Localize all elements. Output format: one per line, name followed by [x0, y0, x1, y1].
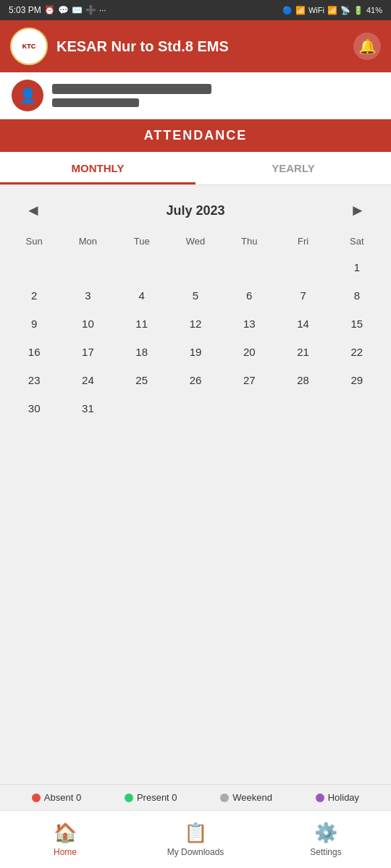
- alarm-icon: ⏰: [44, 5, 55, 15]
- calendar-day[interactable]: 25: [115, 367, 169, 393]
- calendar-day[interactable]: 14: [276, 310, 329, 337]
- plus-icon: ➕: [85, 5, 96, 15]
- bluetooth-icon: 🔵: [282, 6, 293, 15]
- calendar-day[interactable]: 20: [222, 339, 276, 365]
- calendar-day[interactable]: 4: [115, 282, 169, 309]
- calendar-day[interactable]: 22: [330, 339, 384, 365]
- weekend-label: Weekend: [232, 792, 272, 803]
- nav-settings[interactable]: ⚙️ Settings: [261, 816, 391, 863]
- app-title: KESAR Nur to Std.8 EMS: [56, 38, 345, 55]
- calendar-day[interactable]: 6: [222, 282, 276, 309]
- calendar-day[interactable]: 12: [169, 310, 222, 337]
- empty-day: [169, 254, 222, 281]
- day-thu: Thu: [222, 233, 276, 250]
- prev-month-button[interactable]: ◄: [22, 201, 45, 220]
- day-sun: Sun: [7, 233, 61, 250]
- home-label: Home: [54, 847, 77, 857]
- user-name-redacted: [52, 84, 211, 94]
- calendar-day[interactable]: 1: [330, 254, 384, 281]
- month-year-label: July 2023: [166, 203, 224, 218]
- user-text: [52, 84, 379, 107]
- holiday-dot: [316, 793, 324, 802]
- calendar-day[interactable]: 17: [61, 339, 114, 365]
- calendar-day[interactable]: 19: [169, 339, 222, 365]
- empty-day: [115, 254, 169, 281]
- calendar-day[interactable]: 24: [61, 367, 114, 393]
- calendar-day[interactable]: 29: [330, 367, 384, 393]
- bottom-navigation: 🏠 Home 📋 My Downloads ⚙️ Settings: [0, 810, 391, 868]
- bell-icon: 🔔: [358, 38, 377, 55]
- nav-home[interactable]: 🏠 Home: [0, 816, 130, 863]
- signal-icon: 📶: [295, 6, 306, 15]
- downloads-icon: 📋: [184, 822, 207, 844]
- notification-bell-button[interactable]: 🔔: [353, 33, 381, 60]
- calendar-day[interactable]: 18: [115, 339, 169, 365]
- calendar-day[interactable]: 7: [276, 282, 329, 309]
- absent-dot: [32, 793, 41, 802]
- day-headers: Sun Mon Tue Wed Thu Fri Sat: [7, 233, 384, 250]
- absent-label: Absent 0: [44, 792, 81, 803]
- gmail-icon: ✉️: [72, 5, 83, 15]
- user-avatar: 👤: [12, 80, 43, 111]
- day-sat: Sat: [330, 233, 384, 250]
- empty-day: [61, 254, 114, 281]
- hotspot-icon: 📡: [340, 6, 350, 15]
- legend-absent: Absent 0: [32, 792, 81, 803]
- day-mon: Mon: [61, 233, 114, 250]
- calendar-day[interactable]: 10: [61, 310, 114, 337]
- day-tue: Tue: [115, 233, 169, 250]
- avatar-icon: 👤: [19, 87, 37, 104]
- user-info-section: 👤: [0, 72, 391, 119]
- day-fri: Fri: [276, 233, 329, 250]
- calendar-day[interactable]: 9: [7, 310, 61, 337]
- app-header: KTC KESAR Nur to Std.8 EMS 🔔: [0, 20, 391, 72]
- attendance-banner: ATTENDANCE: [0, 119, 391, 152]
- calendar-header: ◄ July 2023 ►: [7, 197, 384, 224]
- next-month-button[interactable]: ►: [346, 201, 369, 220]
- empty-day: [276, 254, 329, 281]
- legend: Absent 0 Present 0 Weekend Holiday: [0, 784, 391, 810]
- calendar-day[interactable]: 21: [276, 339, 329, 365]
- tab-monthly[interactable]: MONTHLY: [0, 152, 196, 184]
- calendar-grid: Sun Mon Tue Wed Thu Fri Sat 123456789101…: [7, 233, 384, 422]
- calendar-day[interactable]: 3: [61, 282, 114, 309]
- attendance-tabs: MONTHLY YEARLY: [0, 152, 391, 185]
- calendar-day[interactable]: 2: [7, 282, 61, 309]
- empty-day: [7, 254, 61, 281]
- attendance-label: ATTENDANCE: [144, 128, 248, 142]
- calendar-day[interactable]: 26: [169, 367, 222, 393]
- calendar-day[interactable]: 15: [330, 310, 384, 337]
- legend-present: Present 0: [125, 792, 177, 803]
- empty-day: [222, 254, 276, 281]
- settings-icon: ⚙️: [314, 822, 337, 844]
- calendar-day[interactable]: 11: [115, 310, 169, 337]
- status-bar: 5:03 PM ⏰ 💬 ✉️ ➕ ··· 🔵 📶 WiFi 📶 📡 🔋 41%: [0, 0, 391, 20]
- settings-label: Settings: [310, 847, 341, 857]
- calendar-day[interactable]: 23: [7, 367, 61, 393]
- status-time: 5:03 PM ⏰ 💬 ✉️ ➕ ···: [9, 5, 106, 15]
- more-icon: ···: [99, 5, 106, 15]
- calendar-day[interactable]: 30: [7, 395, 61, 422]
- calendar-day[interactable]: 27: [222, 367, 276, 393]
- calendar-day[interactable]: 13: [222, 310, 276, 337]
- calendar-days: 1234567891011121314151617181920212223242…: [7, 254, 384, 422]
- legend-weekend: Weekend: [220, 792, 272, 803]
- home-icon: 🏠: [54, 822, 77, 844]
- holiday-label: Holiday: [328, 792, 359, 803]
- calendar-day[interactable]: 16: [7, 339, 61, 365]
- calendar-day[interactable]: 28: [276, 367, 329, 393]
- calendar-day[interactable]: 5: [169, 282, 222, 309]
- wifi-icon: WiFi: [308, 6, 324, 14]
- present-label: Present 0: [137, 792, 177, 803]
- day-wed: Wed: [169, 233, 222, 250]
- tab-yearly[interactable]: YEARLY: [196, 152, 391, 184]
- time-display: 5:03 PM: [9, 5, 41, 15]
- legend-holiday: Holiday: [316, 792, 359, 803]
- logo-text: KTC: [22, 43, 36, 51]
- calendar-day[interactable]: 8: [330, 282, 384, 309]
- calendar-day[interactable]: 31: [61, 395, 114, 422]
- calendar-container: ◄ July 2023 ► Sun Mon Tue Wed Thu Fri Sa…: [0, 185, 391, 784]
- nav-downloads[interactable]: 📋 My Downloads: [130, 816, 261, 863]
- downloads-label: My Downloads: [167, 847, 224, 857]
- user-sub-redacted: [52, 98, 139, 107]
